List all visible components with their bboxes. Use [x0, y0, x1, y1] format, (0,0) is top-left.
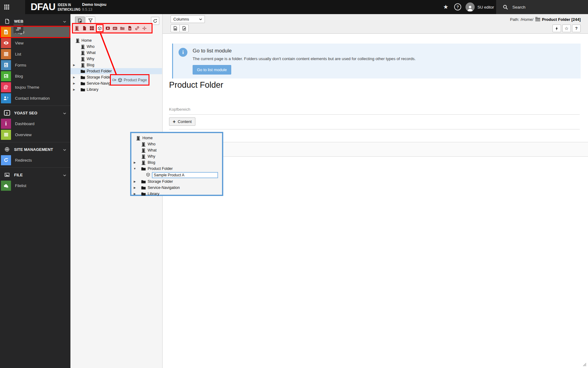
callout-title: Go to list module [193, 48, 575, 54]
sidebar-item-forms[interactable]: Forms [0, 59, 70, 71]
tree-item-why[interactable]: Why [70, 56, 162, 62]
page-type-page-icon[interactable] [82, 26, 87, 31]
page-type-divider-icon[interactable] [142, 26, 147, 31]
overlay-item-why[interactable]: Why [131, 153, 222, 159]
sidebar-item-label: Redirects [15, 158, 32, 163]
overlay-item-what[interactable]: What [131, 147, 222, 153]
section-header-file[interactable]: FILE [0, 170, 70, 180]
clear-cache-button[interactable] [552, 25, 561, 32]
tree-item-library[interactable]: ▶ Library [70, 86, 162, 93]
door-page-icon [81, 57, 85, 61]
go-to-list-module-button[interactable]: Go to list module [193, 65, 231, 75]
expand-arrow-icon[interactable]: ▶ [73, 76, 76, 79]
section-header-yoast-seo[interactable]: y YOAST SEO [0, 108, 70, 118]
page-type-door-icon[interactable] [74, 26, 80, 31]
product-cube-icon [146, 173, 150, 178]
sidebar-item-label: Overview [15, 132, 32, 137]
overlay-item-blog[interactable]: ▶ Blog [131, 159, 222, 166]
page-type-product-icon-highlight[interactable] [96, 24, 104, 32]
sidebar-item-redirects[interactable]: Redirects [0, 155, 70, 166]
sidebar-item-dashboard[interactable]: i Dashboard [0, 118, 70, 129]
edit-page-properties-button[interactable] [179, 25, 189, 32]
new-page-title-input[interactable] [152, 172, 218, 178]
user-name: SU editor [477, 5, 494, 10]
section-header-site-management[interactable]: SITE MANAGEMENT [0, 144, 70, 155]
door-page-icon [141, 160, 146, 165]
global-search[interactable]: Search [496, 0, 588, 14]
tree-item-product-folder[interactable]: Product Folder [70, 68, 162, 74]
page-type-star-icon[interactable] [105, 26, 110, 31]
collapse-arrow-icon[interactable]: ▼ [133, 167, 136, 170]
page-type-record-icon[interactable] [112, 26, 118, 31]
overlay-item-home[interactable]: Home [131, 135, 222, 141]
yoast-section-icon: y [4, 110, 10, 116]
expand-arrow-icon[interactable]: ▶ [133, 161, 136, 164]
blog-module-icon [1, 71, 11, 81]
sidebar-item-overview[interactable]: Overview [0, 129, 70, 140]
page-type-shortcut-icon[interactable] [127, 26, 132, 31]
user-menu[interactable]: SU editor [466, 2, 494, 12]
view-webpage-button[interactable] [171, 25, 180, 32]
sidebar-item-view[interactable]: View [0, 37, 70, 48]
sidebar-item-list[interactable]: List [0, 48, 70, 59]
sidebar-item-filelist[interactable]: Filelist [0, 180, 70, 191]
chevron-down-icon [63, 19, 66, 24]
overview-icon [1, 130, 11, 140]
brand-logo: DFAU IDEEN IN ENTWICKLUNG [31, 2, 81, 13]
sidebar-item-page[interactable]: Page [0, 26, 70, 37]
page-type-link-icon[interactable] [134, 26, 140, 31]
view-module-icon [1, 38, 11, 48]
page-module-icon [1, 27, 11, 37]
section-header-web[interactable]: WEB [0, 16, 70, 26]
expand-arrow-icon[interactable]: ▶ [133, 186, 136, 189]
expand-arrow-icon[interactable]: ▶ [73, 82, 76, 85]
expand-arrow-icon[interactable]: ▶ [73, 63, 76, 67]
tree-item-blog[interactable]: ▶ Blog [70, 62, 162, 68]
door-page-icon [81, 63, 85, 67]
contact-icon [1, 93, 11, 103]
chevron-down-icon [199, 18, 202, 20]
dashboard-icon: i [1, 119, 11, 129]
sidebar-item-toujou-theme[interactable]: toujou Theme [0, 82, 70, 93]
page-type-grid-icon[interactable] [89, 26, 94, 31]
overlay-item-who[interactable]: Who [131, 141, 222, 147]
sidebar-item-label: Forms [15, 63, 26, 67]
folder-icon [535, 18, 540, 21]
folder-icon [81, 87, 85, 92]
expand-arrow-icon[interactable]: ▶ [133, 192, 136, 195]
sidebar-divider [0, 142, 70, 142]
sidebar-item-contact-information[interactable]: Contact Information [0, 93, 70, 104]
overlay-item-storage-folder[interactable]: ▶ Storage Folder [131, 178, 222, 185]
column-separator [169, 129, 580, 129]
fingerprint-icon [1, 82, 11, 92]
expand-arrow-icon[interactable]: ▶ [73, 88, 76, 91]
sidebar-divider [0, 167, 70, 168]
overlay-item-library[interactable]: ▶ Library [131, 191, 222, 197]
bookmark-button[interactable]: ☆ [562, 25, 571, 32]
module-menu-toggle-icon[interactable] [2, 2, 12, 12]
tree-item-what[interactable]: What [70, 50, 162, 56]
expand-arrow-icon[interactable]: ▶ [133, 180, 136, 183]
help-button[interactable]: ? [572, 25, 581, 32]
tree-item-who[interactable]: Who [70, 44, 162, 50]
overlay-item-product-folder[interactable]: ▼ Product Folder [131, 166, 222, 172]
pagetree-toggle-icon[interactable] [13, 23, 23, 33]
sidebar-item-blog[interactable]: Blog [0, 71, 70, 82]
callout-message: The current page is a folder. Folders us… [193, 56, 575, 61]
page-type-folder-icon[interactable] [120, 26, 125, 31]
info-icon: i [179, 48, 187, 57]
add-content-button[interactable]: + Content [169, 117, 195, 126]
overlay-item-service-navigation[interactable]: ▶ Service-Navigation [131, 185, 222, 191]
resize-handle[interactable] [582, 362, 586, 366]
search-label: Search [512, 5, 526, 10]
sidebar-item-label: Filelist [15, 183, 26, 188]
redirects-icon [1, 155, 11, 165]
chevron-down-icon [63, 147, 66, 152]
plus-icon: + [173, 119, 175, 124]
bookmark-star-icon[interactable]: ★ [443, 3, 448, 10]
folder-icon [81, 69, 85, 74]
tree-item-home[interactable]: Home [70, 37, 162, 44]
function-select[interactable]: Columns [171, 15, 205, 23]
help-icon[interactable]: ? [454, 3, 461, 10]
site-version: 9.5.13 [82, 7, 106, 12]
